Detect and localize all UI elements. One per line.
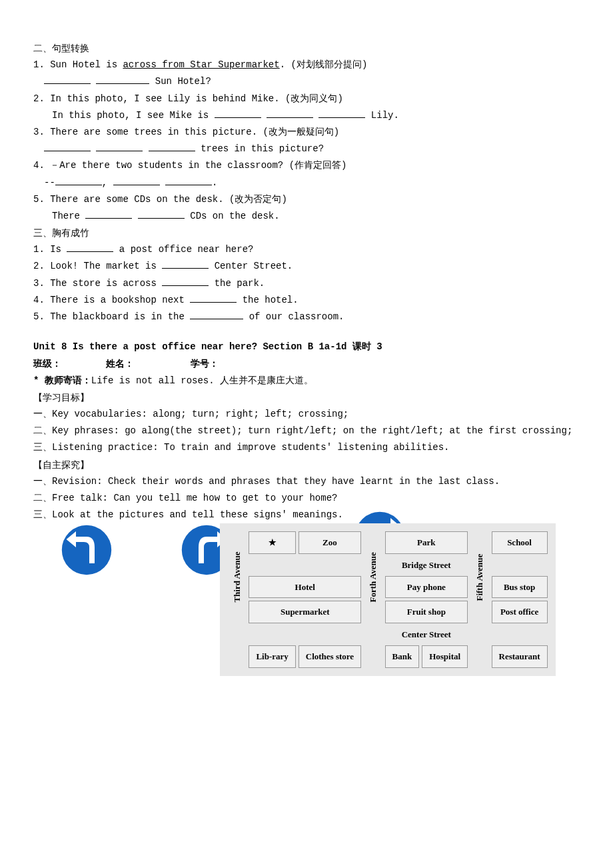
q-post: the hotel. — [237, 295, 298, 305]
map-row: Lib-rary Clothes store Bank Hospital Res… — [228, 645, 548, 667]
blank[interactable] — [67, 242, 113, 252]
goal-2: 二、Key phrases: go along(the street); tur… — [33, 423, 580, 439]
q2-1: 1. Sun Hotel is across from Star Superma… — [33, 57, 580, 73]
street-label: Center Street — [385, 626, 468, 643]
q3-4: 4. There is a bookshop next the hotel. — [33, 292, 580, 309]
answer-pre: There — [52, 211, 85, 221]
map-cell: Bus stop — [492, 576, 548, 598]
map-cell: Pay phone — [385, 576, 468, 598]
blank[interactable] — [138, 209, 185, 219]
q3-2: 2. Look! The market is Center Street. — [33, 258, 580, 275]
q-post: Center Street. — [209, 261, 293, 271]
q-num: 4. — [33, 295, 45, 305]
q-underlined: across from Star Supermarket — [123, 59, 279, 70]
blank[interactable] — [190, 309, 243, 319]
blank[interactable] — [44, 74, 91, 84]
map-cell: Supermarket — [249, 601, 361, 623]
q2-4-answer: --, . — [33, 175, 580, 191]
map-cell: ★ — [249, 531, 295, 553]
q-num: 1. — [33, 59, 45, 70]
blank[interactable] — [162, 259, 209, 269]
blank[interactable] — [85, 209, 132, 219]
street-label: Bridge Street — [385, 557, 468, 573]
goals-title: 【学习目标】 — [33, 389, 580, 406]
q2-5-answer: There CDs on the desk. — [33, 208, 580, 225]
answer-post: trees in this picture? — [195, 143, 324, 154]
q-text: In this photo, I see Lily is behind Mike… — [50, 93, 343, 104]
blank[interactable] — [44, 141, 91, 151]
answer-post: CDs on the desk. — [185, 211, 280, 221]
avenue-label: Fifth Avenue — [470, 531, 488, 623]
answer-post: Sun Hotel? — [149, 76, 211, 87]
avenue-label: Third Avenue — [228, 531, 246, 623]
explore-1: 一、Revision: Check their words and phrase… — [33, 473, 580, 490]
q2-1-answer: Sun Hotel? — [33, 73, 580, 90]
blank[interactable] — [215, 108, 261, 118]
blank[interactable] — [149, 141, 195, 151]
blank[interactable] — [267, 108, 313, 118]
unit-title: Unit 8 Is there a post office near here?… — [33, 339, 580, 355]
blank[interactable] — [190, 293, 237, 303]
blank[interactable] — [318, 108, 365, 118]
map-container: Third Avenue ★ Zoo Forth Avenue Park Fif… — [220, 523, 556, 675]
turn-left-sign-icon — [60, 523, 113, 577]
blank[interactable] — [55, 175, 102, 185]
student-info: 班级： 姓名： 学号： — [33, 355, 580, 372]
q-num: 2. — [33, 261, 45, 271]
q2-2-answer: In this photo, I see Mike is Lily. — [33, 107, 580, 124]
q-post: of our classroom. — [243, 311, 344, 322]
name-label: 姓名： — [106, 358, 134, 369]
map-cell: School — [492, 531, 548, 553]
signs-and-map: Third Avenue ★ Zoo Forth Avenue Park Fif… — [33, 523, 580, 675]
blank[interactable] — [96, 141, 143, 151]
q-num: 1. — [33, 244, 45, 255]
q2-2: 2. In this photo, I see Lily is behind M… — [33, 91, 580, 107]
map-cell: Zoo — [299, 531, 361, 553]
map-row: Hotel Pay phone Bus stop — [228, 576, 548, 598]
answer-mid: , — [102, 177, 113, 188]
q2-3: 3. There are some trees in this picture.… — [33, 124, 580, 141]
answer-pre: -- — [44, 177, 55, 188]
map-table: Third Avenue ★ Zoo Forth Avenue Park Fif… — [225, 529, 550, 670]
q-pre: There is a bookshop next — [45, 295, 190, 305]
avenue-label: Forth Avenue — [364, 531, 382, 623]
q-num: 5. — [33, 311, 45, 322]
id-label: 学号： — [191, 358, 219, 369]
goal-3: 三、Listening practice: To train and impro… — [33, 439, 580, 456]
map-cell: Bank — [385, 645, 420, 667]
goal-1: 一、Key vocabularies: along; turn; right; … — [33, 406, 580, 423]
q-post: a post office near here? — [113, 244, 253, 255]
class-label: 班级： — [33, 358, 61, 369]
map-cell: Hospital — [422, 645, 468, 667]
teacher-prefix: * 教师寄语： — [33, 375, 91, 386]
blank[interactable] — [165, 175, 212, 185]
map-row: Supermarket Fruit shop Post office — [228, 601, 548, 623]
sign-and-map-group: Third Avenue ★ Zoo Forth Avenue Park Fif… — [233, 523, 556, 675]
explore-2: 二、Free talk: Can you tell me how to get … — [33, 490, 580, 507]
map-cell: Restaurant — [492, 645, 548, 667]
map-cell: Park — [385, 531, 468, 553]
map-row: Third Avenue ★ Zoo Forth Avenue Park Fif… — [228, 531, 548, 553]
explore-3: 三、Look at the pictures and tell these si… — [33, 507, 580, 523]
q2-3-answer: trees in this picture? — [33, 141, 580, 157]
q-pre: The blackboard is in the — [45, 311, 190, 322]
map-cell: Clothes store — [299, 645, 361, 667]
q3-3: 3. The store is across the park. — [33, 275, 580, 292]
q-text: －Are there two students in the classroom… — [50, 160, 346, 171]
q-text: There are some CDs on the desk. (改为否定句) — [50, 194, 287, 205]
q2-5: 5. There are some CDs on the desk. (改为否定… — [33, 191, 580, 208]
blank[interactable] — [113, 175, 160, 185]
explore-title: 【自主探究】 — [33, 457, 580, 473]
blank[interactable] — [162, 276, 209, 286]
answer-post: . — [212, 177, 217, 188]
teacher-text: Life is not all roses. 人生并不是康庄大道。 — [91, 375, 313, 386]
q-num: 2. — [33, 93, 45, 104]
q3-1: 1. Is a post office near here? — [33, 241, 580, 258]
street-map: Third Avenue ★ Zoo Forth Avenue Park Fif… — [220, 523, 556, 675]
section-3-title: 三、胸有成竹 — [33, 225, 580, 241]
teacher-msg: * 教师寄语：Life is not all roses. 人生并不是康庄大道。 — [33, 373, 580, 389]
q-pre: Look! The market is — [45, 261, 162, 271]
map-cell: Fruit shop — [385, 601, 468, 623]
blank[interactable] — [96, 74, 149, 84]
answer-post: Lily. — [365, 110, 398, 121]
